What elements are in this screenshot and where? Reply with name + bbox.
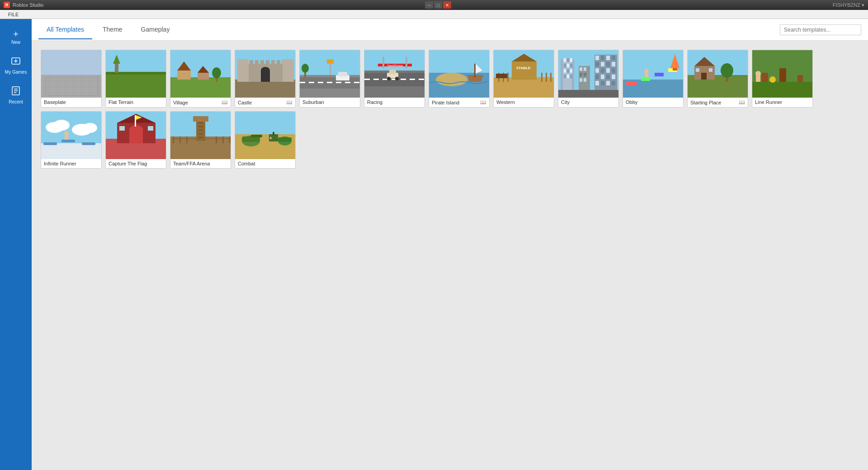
- template-thumb-city: [558, 50, 619, 98]
- svg-rect-187: [135, 115, 136, 127]
- template-name: Capture The Flag: [108, 161, 147, 166]
- svg-rect-216: [278, 137, 292, 142]
- svg-rect-204: [222, 136, 224, 143]
- svg-rect-37: [266, 60, 269, 65]
- svg-rect-70: [419, 79, 424, 80]
- svg-rect-159: [709, 68, 712, 72]
- svg-rect-213: [273, 132, 274, 136]
- template-label-village: Village📖: [170, 98, 231, 107]
- sidebar-item-recent[interactable]: Recent: [0, 80, 32, 110]
- svg-rect-201: [179, 136, 181, 143]
- svg-rect-211: [251, 135, 262, 137]
- svg-rect-152: [673, 68, 677, 70]
- book-icon: 📖: [286, 99, 292, 105]
- template-card-suburban[interactable]: Suburban: [299, 50, 360, 108]
- template-card-city[interactable]: City: [558, 50, 619, 108]
- template-card-pirate[interactable]: Pirate Island📖: [429, 50, 490, 108]
- template-card-village[interactable]: Village📖: [170, 50, 231, 108]
- svg-rect-58: [330, 64, 331, 75]
- svg-rect-69: [410, 79, 415, 80]
- sidebar-mygames-label: My Games: [5, 70, 27, 75]
- template-name: Team/FFA Arena: [173, 161, 210, 166]
- tab-gameplay[interactable]: Gameplay: [133, 20, 178, 39]
- template-card-combat[interactable]: + Combat: [235, 111, 296, 169]
- svg-rect-105: [564, 64, 566, 67]
- svg-rect-131: [601, 68, 604, 73]
- template-card-starting[interactable]: Starting Place📖: [687, 50, 748, 108]
- svg-rect-60: [338, 72, 347, 76]
- template-card-western[interactable]: STABLE Western: [493, 50, 554, 108]
- template-card-teamffa[interactable]: Team/FFA Arena: [170, 111, 231, 169]
- svg-rect-146: [641, 77, 650, 81]
- svg-rect-157: [701, 73, 707, 80]
- svg-rect-50: [318, 82, 323, 83]
- main-layout: ＋ New My Games Recent: [0, 19, 868, 470]
- svg-rect-20: [115, 64, 118, 73]
- template-label-starting: Starting Place📖: [688, 98, 748, 107]
- svg-rect-137: [612, 75, 615, 79]
- template-name: Obby: [626, 99, 637, 105]
- template-card-baseplate[interactable]: Baseplate: [41, 50, 102, 108]
- svg-rect-202: [186, 136, 188, 143]
- svg-rect-134: [595, 75, 599, 79]
- template-thumb-infinite: [41, 112, 102, 159]
- svg-rect-24: [177, 70, 191, 80]
- close-button[interactable]: ✕: [443, 1, 451, 9]
- svg-rect-111: [564, 75, 566, 78]
- minimize-button[interactable]: ─: [425, 1, 433, 9]
- book-icon: 📖: [480, 99, 486, 105]
- sidebar-item-new[interactable]: ＋ New: [0, 24, 32, 50]
- template-card-linerunner[interactable]: Line Runner: [752, 50, 813, 108]
- svg-point-56: [302, 64, 309, 73]
- svg-point-169: [769, 76, 776, 83]
- template-name: Western: [496, 99, 515, 105]
- svg-rect-35: [255, 60, 259, 65]
- svg-text:STABLE: STABLE: [516, 66, 531, 70]
- template-thumb-castle: [235, 50, 296, 98]
- template-thumb-starting: [688, 50, 748, 98]
- template-card-obby[interactable]: Obby: [623, 50, 684, 108]
- template-thumb-obby: [623, 50, 684, 98]
- svg-rect-141: [612, 81, 615, 85]
- svg-rect-38: [271, 60, 275, 65]
- template-card-infinite[interactable]: Infinite Runner: [41, 111, 102, 169]
- svg-rect-189: [119, 126, 125, 131]
- tab-all-templates[interactable]: All Templates: [38, 20, 92, 39]
- svg-rect-110: [570, 69, 572, 73]
- svg-rect-125: [612, 56, 615, 60]
- template-thumb-ctf: [106, 112, 166, 159]
- svg-rect-49: [309, 82, 314, 83]
- svg-rect-135: [601, 75, 604, 79]
- template-name: Line Runner: [755, 99, 782, 105]
- template-label-suburban: Suburban: [300, 98, 360, 107]
- svg-rect-107: [570, 64, 572, 67]
- sidebar-recent-label: Recent: [9, 99, 23, 104]
- template-card-ctf[interactable]: Capture The Flag: [105, 111, 166, 169]
- menu-file[interactable]: FILE: [5, 12, 22, 17]
- svg-rect-112: [567, 75, 569, 78]
- template-label-obby: Obby: [623, 98, 683, 107]
- tab-theme[interactable]: Theme: [94, 20, 131, 39]
- template-name: Village: [173, 100, 188, 105]
- maximize-button[interactable]: □: [434, 1, 442, 9]
- template-name: Combat: [238, 161, 255, 166]
- svg-rect-130: [595, 68, 599, 73]
- recent-icon: [10, 85, 21, 98]
- svg-rect-113: [570, 75, 572, 78]
- sidebar-item-mygames[interactable]: My Games: [0, 50, 32, 80]
- svg-point-78: [395, 77, 399, 80]
- template-label-ctf: Capture The Flag: [106, 159, 166, 168]
- template-card-castle[interactable]: Castle📖: [235, 50, 296, 108]
- template-card-flat-terrain[interactable]: Flat Terrain: [105, 50, 166, 108]
- svg-rect-18: [106, 73, 166, 98]
- svg-rect-83: [474, 64, 476, 77]
- svg-rect-133: [612, 68, 615, 73]
- svg-point-150: [644, 69, 649, 73]
- template-name: Flat Terrain: [108, 99, 133, 105]
- search-input[interactable]: [780, 24, 861, 35]
- tab-bar: All Templates Theme Gameplay: [32, 19, 868, 41]
- svg-rect-92: [507, 73, 509, 82]
- window-controls[interactable]: ─ □ ✕: [425, 1, 451, 9]
- svg-point-168: [755, 71, 761, 76]
- template-card-racing[interactable]: Start/Finish Racing: [364, 50, 425, 108]
